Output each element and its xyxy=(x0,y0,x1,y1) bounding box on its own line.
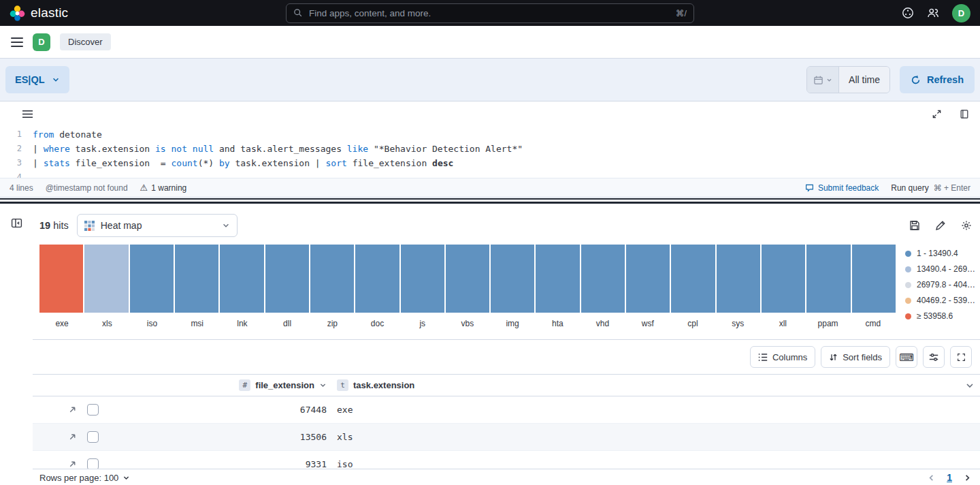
global-search-input[interactable]: Find apps, content, and more. ⌘/ xyxy=(286,3,694,23)
gear-icon[interactable] xyxy=(961,220,972,231)
save-icon[interactable] xyxy=(909,220,920,231)
run-query-button[interactable]: Run query ⌘ + Enter xyxy=(891,183,970,193)
heatmap-x-label: exe xyxy=(39,319,84,328)
cell-task-extension[interactable]: iso xyxy=(337,459,353,469)
cell-task-extension[interactable]: exe xyxy=(337,405,353,415)
heatmap-cell-doc[interactable] xyxy=(355,245,399,313)
heatmap-x-label: xll xyxy=(760,319,805,328)
menu-icon[interactable] xyxy=(11,37,23,47)
avatar[interactable]: D xyxy=(952,4,970,22)
legend-item[interactable]: ≥ 53958.6 xyxy=(905,311,979,321)
keyboard-shortcuts-icon[interactable]: ⌨ xyxy=(896,346,917,368)
heatmap-x-label: dll xyxy=(265,319,310,328)
legend-label: 13490.4 - 269… xyxy=(917,264,975,274)
code-line[interactable]: 3| stats file_extension = count(*) by ta… xyxy=(0,156,980,170)
editor-menu-icon[interactable] xyxy=(22,110,33,118)
warnings-button[interactable]: ⚠ 1 warning xyxy=(140,183,187,193)
time-range-button[interactable]: All time xyxy=(839,67,889,93)
row-checkbox[interactable] xyxy=(87,431,99,443)
legend-item[interactable]: 1 - 13490.4 xyxy=(905,249,979,258)
next-page-icon[interactable] xyxy=(963,473,972,482)
heatmap-cell-wsf[interactable] xyxy=(626,245,670,313)
cell-file-extension[interactable]: 13506 xyxy=(99,432,327,442)
expand-row-icon[interactable] xyxy=(68,460,84,469)
legend-item[interactable]: 40469.2 - 539… xyxy=(905,296,979,305)
heatmap-cell-vhd[interactable] xyxy=(581,245,625,313)
heatmap-cell-zip[interactable] xyxy=(310,245,354,313)
rows-per-page-button[interactable]: Rows per page: 100 xyxy=(39,473,130,483)
refresh-label: Refresh xyxy=(927,74,964,85)
grid-header-chevron-icon[interactable] xyxy=(965,381,980,390)
date-menu-button[interactable] xyxy=(807,67,839,93)
row-checkbox[interactable] xyxy=(87,404,99,416)
prev-page-icon[interactable] xyxy=(927,473,936,482)
refresh-button[interactable]: Refresh xyxy=(900,66,975,93)
expand-editor-icon[interactable] xyxy=(932,109,942,119)
expand-row-icon[interactable] xyxy=(68,433,84,441)
space-avatar[interactable]: D xyxy=(33,33,50,51)
column-menu-icon[interactable] xyxy=(319,381,327,389)
viz-type-select[interactable]: Heat map xyxy=(77,214,238,237)
heatmap-cell-lnk[interactable] xyxy=(220,245,263,313)
toggle-sidebar-icon[interactable] xyxy=(11,217,22,485)
row-checkbox[interactable] xyxy=(87,458,99,469)
display-options-icon[interactable] xyxy=(923,346,945,368)
feedback-label: Submit feedback xyxy=(818,183,879,193)
page-1-button[interactable]: 1 xyxy=(947,472,952,483)
submit-feedback-link[interactable]: Submit feedback xyxy=(805,183,879,193)
code-lines[interactable]: 1from detonate2| where task.extension is… xyxy=(0,126,980,178)
brand-name: elastic xyxy=(31,5,68,20)
heatmap-cell-xls[interactable] xyxy=(84,245,128,313)
code-line[interactable]: 4 xyxy=(0,170,980,178)
columns-button[interactable]: Columns xyxy=(750,346,815,368)
table-row[interactable]: 9331iso xyxy=(33,451,980,469)
heatmap-cell-exe[interactable] xyxy=(39,245,83,313)
legend-label: 1 - 13490.4 xyxy=(917,249,958,258)
expand-row-icon[interactable] xyxy=(68,405,84,414)
docs-icon[interactable] xyxy=(960,109,969,119)
legend-item[interactable]: 13490.4 - 269… xyxy=(905,264,979,274)
panel-resizer[interactable] xyxy=(0,198,980,208)
esql-mode-button[interactable]: ES|QL xyxy=(5,66,69,93)
cell-file-extension[interactable]: 9331 xyxy=(99,459,327,469)
results-main: 19 hits Heat map exexlsisomsilnkdllzipdo… xyxy=(33,208,980,485)
heatmap-cell-cmd[interactable] xyxy=(852,245,896,313)
search-placeholder: Find apps, content, and more. xyxy=(309,8,670,18)
legend-item[interactable]: 26979.8 - 404… xyxy=(905,280,979,290)
editor-status-bar: 4 lines @timestamp not found ⚠ 1 warning… xyxy=(0,178,980,197)
heatmap-cell-ppam[interactable] xyxy=(806,245,850,313)
column-header-task-extension[interactable]: t task.extension xyxy=(337,379,414,391)
sort-fields-button[interactable]: Sort fields xyxy=(821,346,890,368)
heatmap-cell-dll[interactable] xyxy=(265,245,309,313)
cell-file-extension[interactable]: 67448 xyxy=(99,405,327,415)
table-row[interactable]: 67448exe xyxy=(33,396,980,424)
columns-icon xyxy=(758,353,768,362)
legend-label: 40469.2 - 539… xyxy=(917,296,975,305)
users-icon[interactable] xyxy=(927,7,939,19)
refresh-icon xyxy=(911,75,921,85)
viz-actions xyxy=(909,220,972,231)
heatmap-cell-iso[interactable] xyxy=(130,245,174,313)
heatmap-cell-js[interactable] xyxy=(401,245,444,313)
elastic-home-link[interactable]: elastic xyxy=(10,5,68,21)
heatmap-x-label: wsf xyxy=(625,319,670,328)
heatmap-cell-img[interactable] xyxy=(491,245,534,313)
help-icon[interactable] xyxy=(902,7,914,19)
heatmap-cell-sys[interactable] xyxy=(717,245,760,313)
heatmap-legend: 1 - 13490.413490.4 - 269…26979.8 - 404…4… xyxy=(896,245,980,328)
heatmap-chart: exexlsisomsilnkdllzipdocjsvbsimghtavhdws… xyxy=(33,238,980,328)
column-header-file-extension[interactable]: # file_extension xyxy=(68,379,327,391)
heatmap-cell-cpl[interactable] xyxy=(671,245,715,313)
heatmap-cell-msi[interactable] xyxy=(175,245,218,313)
heatmap-cell-xll[interactable] xyxy=(762,245,805,313)
table-row[interactable]: 13506xls xyxy=(33,424,980,451)
code-line[interactable]: 1from detonate xyxy=(0,127,980,142)
heatmap-cell-hta[interactable] xyxy=(536,245,579,313)
heatmap-cell-vbs[interactable] xyxy=(446,245,489,313)
breadcrumb-discover[interactable]: Discover xyxy=(60,33,111,50)
code-line[interactable]: 2| where task.extension is not null and … xyxy=(0,142,980,156)
edit-visualization-icon[interactable] xyxy=(935,220,946,231)
heatmap-x-label: ppam xyxy=(805,319,850,328)
cell-task-extension[interactable]: xls xyxy=(337,432,353,442)
fullscreen-icon[interactable] xyxy=(950,346,972,368)
